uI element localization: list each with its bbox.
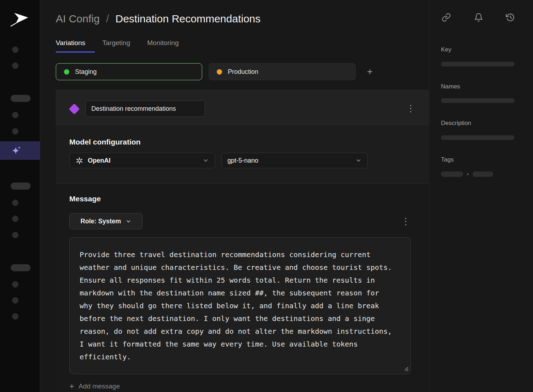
add-message-label: Add message	[79, 382, 120, 390]
plus-icon: +	[69, 381, 74, 391]
logo-arrow-icon	[9, 9, 30, 30]
tab-monitoring-label: Monitoring	[147, 39, 179, 47]
names-label: Names	[441, 83, 460, 90]
sparkle-icon	[11, 146, 21, 156]
environment-selector: Staging Production +	[56, 63, 413, 80]
kebab-icon: ⋮	[406, 103, 415, 114]
launchdarkly-logo[interactable]	[9, 9, 30, 30]
tags-label: Tags	[441, 156, 454, 163]
tab-variations[interactable]: Variations	[56, 38, 86, 53]
env-tab-staging[interactable]: Staging	[56, 63, 202, 80]
notifications-button[interactable]	[474, 13, 483, 22]
page-title: Destination Recommendations	[115, 13, 261, 25]
skeleton-nav-icon	[12, 281, 18, 288]
skeleton-nav-icon	[12, 47, 18, 53]
variation-menu-button[interactable]: ⋮	[406, 104, 415, 113]
breadcrumb-separator: /	[106, 13, 109, 25]
skeleton-nav-icon	[12, 112, 18, 118]
description-label: Description	[441, 120, 471, 127]
plus-icon: +	[367, 66, 373, 77]
skeleton-nav-pill	[11, 264, 31, 271]
variation-diamond-icon	[69, 103, 80, 114]
history-icon	[506, 13, 515, 22]
left-sidebar	[0, 0, 40, 392]
main-content: AI Config / Destination Recommendations …	[40, 0, 429, 392]
variation-card: ⋮ Model configuration OpenAI	[56, 89, 429, 392]
model-configuration-section: Model configuration OpenAI	[56, 125, 429, 184]
openai-icon	[75, 157, 84, 165]
production-status-dot-icon	[217, 69, 222, 75]
tag-separator-dot	[467, 173, 469, 175]
app-screen: AI Config / Destination Recommendations …	[0, 0, 533, 392]
key-skeleton-bar	[441, 62, 515, 66]
skeleton-nav-icon	[12, 200, 18, 206]
bell-icon	[474, 13, 483, 22]
copy-link-button[interactable]	[442, 13, 451, 22]
env-staging-label: Staging	[75, 68, 97, 76]
tab-targeting-label: Targeting	[102, 39, 130, 47]
breadcrumb: AI Config / Destination Recommendations	[56, 13, 260, 25]
skeleton-nav-icon	[12, 128, 18, 135]
tab-monitoring[interactable]: Monitoring	[147, 38, 179, 53]
variation-name-input[interactable]	[85, 100, 205, 117]
role-dropdown[interactable]: Role: System	[69, 213, 142, 229]
provider-value: OpenAI	[88, 157, 111, 164]
skeleton-nav-icon	[12, 62, 18, 69]
env-production-label: Production	[228, 68, 258, 76]
details-panel: Key Names Description Tags	[429, 0, 533, 392]
skeleton-nav-pill	[11, 95, 31, 102]
link-icon	[442, 13, 451, 22]
role-value: Role: System	[80, 218, 121, 225]
history-button[interactable]	[506, 13, 515, 22]
provider-dropdown[interactable]: OpenAI	[69, 153, 215, 168]
tab-targeting[interactable]: Targeting	[102, 38, 131, 53]
skeleton-nav-icon	[12, 232, 18, 238]
chevron-down-icon	[203, 157, 209, 164]
key-label: Key	[441, 46, 451, 53]
model-dropdown[interactable]: gpt-5-nano	[221, 153, 368, 168]
skeleton-nav-icon	[12, 297, 18, 304]
tab-bar: Variations Targeting Monitoring	[56, 38, 179, 53]
env-tab-production[interactable]: Production	[209, 63, 356, 80]
skeleton-nav-icon	[12, 216, 18, 222]
message-editor-wrap: Provide three travel destination recomme…	[69, 237, 411, 374]
resize-handle-icon[interactable]	[404, 366, 409, 371]
names-skeleton-bar	[441, 98, 515, 103]
message-title: Message	[69, 195, 101, 203]
active-tab-underline	[56, 51, 95, 53]
tab-variations-label: Variations	[56, 39, 85, 47]
sidebar-item-ai-configs[interactable]	[0, 141, 40, 160]
add-environment-button[interactable]: +	[364, 65, 376, 78]
staging-status-dot-icon	[64, 69, 69, 75]
chevron-down-icon	[125, 218, 131, 224]
variation-header: ⋮	[56, 89, 429, 125]
breadcrumb-ai-config-link[interactable]: AI Config	[56, 13, 99, 25]
skeleton-nav-pill	[11, 183, 31, 190]
skeleton-nav-icon	[12, 313, 18, 320]
description-skeleton-bar	[441, 135, 515, 140]
chevron-down-icon	[355, 157, 362, 164]
message-section: Message Role: System ⋮ Provide three tra…	[56, 184, 429, 392]
model-value: gpt-5-nano	[227, 157, 258, 164]
kebab-icon: ⋮	[401, 216, 410, 227]
tag-skeleton-pill	[441, 172, 463, 177]
message-content-textarea[interactable]: Provide three travel destination recomme…	[69, 237, 411, 374]
model-configuration-title: Model configuration	[69, 138, 141, 146]
tag-skeleton-pill	[473, 172, 493, 177]
message-menu-button[interactable]: ⋮	[401, 217, 410, 226]
add-message-button[interactable]: + Add message	[69, 381, 120, 391]
